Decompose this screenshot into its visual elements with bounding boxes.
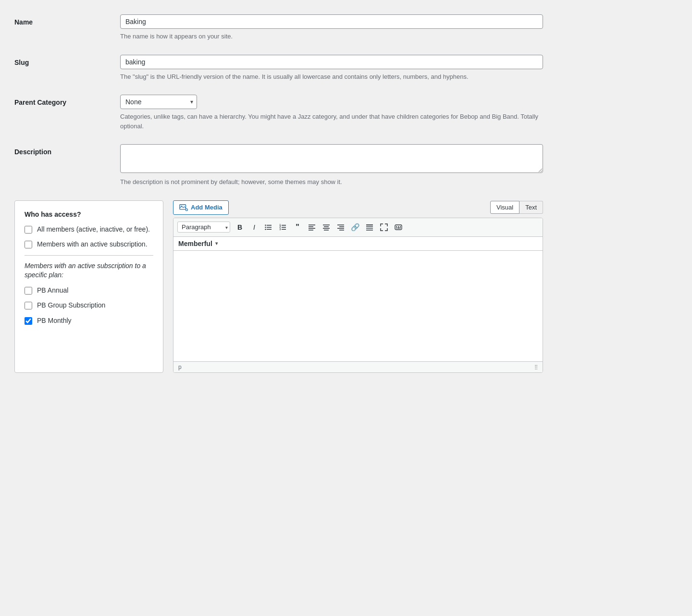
description-field: The description is not prominent by defa… [120, 144, 543, 187]
link-button[interactable]: 🔗 [348, 221, 362, 234]
tab-visual[interactable]: Visual [490, 201, 519, 214]
svg-rect-25 [337, 224, 344, 225]
name-label: Name [14, 14, 120, 26]
description-textarea[interactable] [120, 144, 543, 173]
svg-rect-24 [324, 230, 329, 231]
active-subscription-label: Members with an active subscription. [37, 240, 148, 249]
access-sub-title: Members with an active subscription to a… [25, 261, 153, 280]
name-hint: The name is how it appears on your site. [120, 32, 543, 41]
pb-group-label: PB Group Subscription [37, 301, 105, 310]
editor-content-area[interactable] [173, 251, 543, 361]
description-label: Description [14, 144, 120, 156]
parent-category-hint: Categories, unlike tags, can have a hier… [120, 112, 543, 131]
tab-text[interactable]: Text [519, 201, 543, 214]
pb-annual-label: PB Annual [37, 286, 68, 296]
slug-label: Slug [14, 55, 120, 66]
parent-select-wrapper: None ▾ [120, 95, 197, 109]
editor-wrapper: Paragraph Heading 1 Heading 2 Heading 3 … [173, 218, 543, 373]
ol-button[interactable]: 123 [276, 221, 290, 234]
expand-button[interactable] [377, 221, 391, 234]
align-left-button[interactable] [305, 221, 319, 234]
editor-toolbar-top: Add Media Visual Text [173, 200, 543, 215]
pb-annual-checkbox[interactable] [25, 287, 32, 295]
svg-text:3: 3 [280, 227, 281, 230]
align-center-button[interactable] [320, 221, 333, 234]
slug-row: Slug The "slug" is the URL-friendly vers… [14, 55, 543, 82]
pb-monthly-label: PB Monthly [37, 316, 72, 326]
all-members-label: All members (active, inactive, or free). [37, 225, 150, 234]
svg-rect-36 [400, 226, 401, 227]
svg-rect-18 [309, 226, 313, 227]
keyboard-shortcuts-button[interactable] [392, 221, 405, 234]
pb-group-checkbox[interactable] [25, 302, 32, 309]
slug-hint: The "slug" is the URL-friendly version o… [120, 72, 543, 82]
svg-rect-19 [309, 228, 315, 229]
svg-rect-20 [309, 230, 313, 231]
ul-button[interactable] [262, 221, 275, 234]
svg-rect-26 [339, 226, 344, 227]
all-members-item: All members (active, inactive, or free). [25, 225, 153, 234]
svg-rect-28 [339, 230, 344, 231]
svg-point-9 [265, 226, 266, 227]
all-members-checkbox[interactable] [25, 226, 32, 234]
memberful-label: Memberful [178, 240, 212, 247]
parent-category-field: None ▾ Categories, unlike tags, can have… [120, 95, 543, 131]
description-hint: The description is not prominent by defa… [120, 177, 543, 187]
svg-rect-17 [309, 224, 315, 225]
pb-annual-item: PB Annual [25, 286, 153, 296]
parent-category-label: Parent Category [14, 95, 120, 106]
add-media-button[interactable]: Add Media [173, 200, 229, 215]
svg-rect-31 [366, 228, 373, 229]
pb-group-item: PB Group Subscription [25, 301, 153, 310]
svg-rect-33 [395, 225, 402, 230]
active-subscription-item: Members with an active subscription. [25, 240, 153, 249]
svg-rect-21 [323, 224, 330, 225]
format-select-wrapper: Paragraph Heading 1 Heading 2 Heading 3 … [177, 222, 230, 233]
editor-status-tag: p [178, 364, 182, 370]
name-field: The name is how it appears on your site. [120, 14, 543, 41]
add-media-icon [179, 203, 188, 212]
resize-handle-icon: ⣿ [534, 364, 538, 370]
parent-category-row: Parent Category None ▾ Categories, unlik… [14, 95, 543, 131]
access-box: Who has access? All members (active, ina… [14, 200, 163, 373]
svg-rect-30 [366, 226, 373, 227]
add-media-label: Add Media [191, 204, 222, 211]
pb-monthly-item: PB Monthly [25, 316, 153, 326]
svg-rect-29 [366, 224, 373, 225]
editor-status-bar: p ⣿ [173, 361, 543, 372]
name-input[interactable] [120, 14, 543, 29]
pb-monthly-checkbox[interactable] [25, 317, 32, 325]
editor-box: Add Media Visual Text Paragraph Heading … [173, 200, 543, 373]
svg-point-8 [265, 224, 266, 225]
memberful-bar[interactable]: Memberful ▾ [173, 237, 543, 251]
svg-rect-12 [282, 227, 286, 228]
access-divider [25, 255, 153, 256]
svg-rect-5 [267, 225, 272, 226]
description-row: Description The description is not promi… [14, 144, 543, 187]
active-subscription-checkbox[interactable] [25, 241, 32, 248]
svg-rect-7 [267, 229, 272, 230]
blockquote-button[interactable]: " [291, 221, 304, 234]
slug-input[interactable] [120, 55, 543, 69]
name-row: Name The name is how it appears on your … [14, 14, 543, 41]
svg-rect-23 [323, 228, 330, 229]
parent-category-select[interactable]: None [120, 95, 197, 109]
svg-rect-32 [366, 230, 373, 231]
bold-button[interactable]: B [233, 221, 247, 234]
view-tabs: Visual Text [490, 201, 543, 214]
access-title: Who has access? [25, 210, 153, 218]
svg-rect-39 [400, 227, 401, 228]
horizontal-line-button[interactable] [363, 221, 376, 234]
svg-rect-13 [282, 229, 286, 230]
svg-rect-22 [324, 226, 329, 227]
slug-field: The "slug" is the URL-friendly version o… [120, 55, 543, 82]
svg-rect-11 [282, 225, 286, 226]
format-select[interactable]: Paragraph Heading 1 Heading 2 Heading 3 … [177, 222, 230, 233]
memberful-chevron-icon: ▾ [215, 241, 218, 246]
italic-button[interactable]: I [247, 221, 261, 234]
form-container: Name The name is how it appears on your … [14, 14, 543, 373]
svg-rect-35 [398, 226, 399, 227]
svg-rect-38 [397, 227, 400, 228]
align-right-button[interactable] [334, 221, 347, 234]
svg-rect-37 [396, 227, 397, 228]
